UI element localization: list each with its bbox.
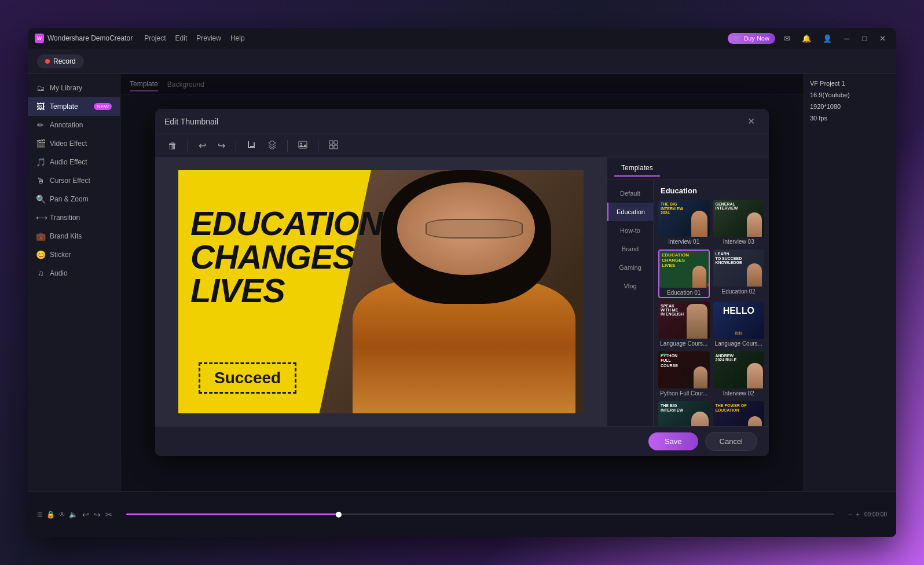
thumb-interview03: GENERALINTERVIEW [713, 200, 765, 237]
label-language01: Language Cours... [658, 339, 710, 348]
thumb-education01: EDUCATIONCHANGESLIVES ➤ [659, 251, 709, 288]
menu-edit[interactable]: Edit [175, 34, 188, 42]
thumb-education02: LEARNTO SUCCEEDKNOWLEDGE [713, 250, 765, 287]
template-education01[interactable]: EDUCATIONCHANGESLIVES ➤ Education 01 [658, 250, 710, 298]
cancel-button[interactable]: Cancel [705, 432, 757, 451]
sidebar-item-cursor-effect[interactable]: 🖱 Cursor Effect [28, 171, 120, 190]
save-button[interactable]: Save [648, 432, 698, 450]
sidebar-item-video-effect[interactable]: 🎬 Video Effect [28, 134, 120, 153]
grid-button[interactable] [325, 138, 342, 154]
template-grid: THE BIGINTERVIEW2024 Interview 01 [658, 200, 764, 426]
headline-1[interactable]: EDUCATION [190, 207, 382, 240]
crop-button[interactable] [243, 138, 259, 154]
record-dot-icon [45, 59, 50, 64]
timeline-progress [126, 513, 339, 515]
cut-timeline-icon[interactable]: ✂ [105, 510, 112, 519]
modal-close-button[interactable]: ✕ [743, 113, 760, 129]
app-name: Wondershare DemoCreator [47, 34, 133, 42]
label-python: Python Full Cour... [658, 388, 710, 398]
minimize-button[interactable]: ─ [841, 33, 853, 44]
timeline-icon-3[interactable]: 👁 [58, 511, 65, 519]
template-interview02[interactable]: ANDREW2024 RULE Interview 02 [713, 351, 765, 398]
headline-3[interactable]: LIVES [190, 274, 382, 307]
title-actions: 🛒 Buy Now ✉ 🔔 👤 ─ □ ✕ [728, 33, 889, 44]
image-button[interactable] [295, 138, 311, 154]
audio-effect-icon: 🎵 [36, 157, 45, 167]
timeline: ⊞ 🔒 👁 🔈 ↩ ↪ ✂ − + 00:00:00 [28, 491, 896, 537]
category-how-to[interactable]: How-to [607, 221, 653, 240]
timeline-icon-4[interactable]: 🔈 [69, 511, 78, 519]
sidebar-item-transition[interactable]: ⟷ Transition [28, 208, 120, 227]
succeed-text[interactable]: Succeed [214, 369, 281, 387]
toolbar: Record [28, 49, 896, 74]
sidebar-item-audio-effect[interactable]: 🎵 Audio Effect [28, 153, 120, 171]
edit-thumbnail-modal: Edit Thumbnail ✕ 🗑 ↩ ↪ [155, 109, 769, 456]
sidebar-item-pan-zoom[interactable]: 🔍 Pan & Zoom [28, 190, 120, 208]
undo-timeline-icon[interactable]: ↩ [82, 510, 89, 519]
record-button[interactable]: Record [37, 54, 84, 68]
sidebar-item-sticker[interactable]: 😊 Sticker [28, 245, 120, 264]
modal-header: Edit Thumbnail ✕ [155, 109, 769, 134]
timeline-icon-2[interactable]: 🔒 [46, 511, 55, 519]
timeline-thumb[interactable] [336, 512, 342, 518]
sidebar-item-template[interactable]: 🖼 Template NEW [28, 97, 120, 116]
headline-container: EDUCATION CHANGES LIVES [190, 207, 382, 307]
prop-dimensions: 1920*1080 [810, 103, 890, 110]
main-area: 🗂 My Library 🖼 Template NEW ✏ Annotation… [28, 74, 896, 491]
prop-resolution: 16:9(Youtube) [810, 91, 890, 98]
category-default[interactable]: Default [607, 184, 653, 203]
tab-templates[interactable]: Templates [614, 160, 660, 177]
menu-preview[interactable]: Preview [196, 34, 221, 42]
label-interview03: Interview 03 [713, 237, 765, 246]
modal-toolbar: 🗑 ↩ ↪ [155, 134, 769, 157]
category-gaming[interactable]: Gaming [607, 258, 653, 277]
canvas-area[interactable]: EDUCATION CHANGES LIVES Succeed [155, 157, 607, 426]
sidebar-item-annotation[interactable]: ✏ Annotation [28, 116, 120, 134]
delete-button[interactable]: 🗑 [164, 138, 181, 153]
toolbar-separator-3 [287, 140, 288, 152]
maximize-button[interactable]: □ [859, 33, 870, 44]
sidebar-item-brand-kits[interactable]: 💼 Brand Kits [28, 227, 120, 245]
zoom-minus-icon[interactable]: − [848, 511, 852, 519]
category-brand[interactable]: Brand [607, 240, 653, 258]
thumbnail-canvas[interactable]: EDUCATION CHANGES LIVES Succeed [178, 170, 584, 413]
succeed-box[interactable]: Succeed [199, 362, 296, 394]
template-language01[interactable]: SPEAKWITH MEIN ENGLISH Language Cours... [658, 302, 710, 348]
account-icon[interactable]: 👤 [820, 33, 835, 44]
close-button[interactable]: ✕ [876, 33, 889, 44]
toolbar-separator-1 [188, 140, 188, 152]
category-vlog[interactable]: Vlog [607, 277, 653, 295]
category-education[interactable]: Education [607, 203, 653, 221]
timeline-icon-1[interactable]: ⊞ [37, 511, 43, 519]
undo-button[interactable]: ↩ [195, 138, 210, 153]
cart-icon: 🛒 [734, 35, 742, 42]
template-education02[interactable]: LEARNTO SUCCEEDKNOWLEDGE Education 02 [713, 250, 765, 298]
zoom-plus-icon[interactable]: + [856, 511, 860, 519]
thumb-edvert: THE POWER OFEDUCATION [713, 401, 765, 426]
sidebar-item-audio[interactable]: ♫ Audio [28, 264, 120, 282]
sidebar-item-my-library[interactable]: 🗂 My Library [28, 79, 120, 97]
menu-project[interactable]: Project [144, 34, 166, 42]
redo-timeline-icon[interactable]: ↪ [94, 510, 101, 519]
message-icon[interactable]: ✉ [781, 33, 793, 44]
template-python[interactable]: PYTHONFULLCOURSE Python Full Cour... [658, 351, 710, 398]
template-language02[interactable]: HELLO 你好 Language Cours... [713, 302, 765, 348]
brand-kits-icon: 💼 [36, 232, 45, 241]
modal-title: Edit Thumbnail [164, 117, 743, 126]
template-interview03[interactable]: GENERALINTERVIEW Interview 03 [713, 200, 765, 246]
redo-button[interactable]: ↪ [214, 138, 229, 153]
thumb-language02: HELLO 你好 [713, 302, 765, 339]
section-title: Education [658, 184, 764, 200]
video-effect-icon: 🎬 [36, 139, 45, 148]
buy-now-button[interactable]: 🛒 Buy Now [728, 33, 775, 44]
layer-button[interactable] [264, 138, 280, 154]
template-panel-tabs: Templates [607, 157, 769, 179]
template-edvert[interactable]: THE POWER OFEDUCATION Education Vertic..… [713, 401, 765, 426]
headline-2[interactable]: CHANGES [190, 240, 382, 274]
template-interview01[interactable]: THE BIGINTERVIEW2024 Interview 01 [658, 200, 710, 246]
timeline-slider[interactable] [126, 513, 834, 515]
template-interview05[interactable]: THE BIGINTERVIEW Interview 05 [658, 401, 710, 426]
bell-icon[interactable]: 🔔 [799, 33, 814, 44]
menu-help[interactable]: Help [230, 34, 245, 42]
properties-panel: VF Project 1 16:9(Youtube) 1920*1080 30 … [804, 74, 896, 491]
